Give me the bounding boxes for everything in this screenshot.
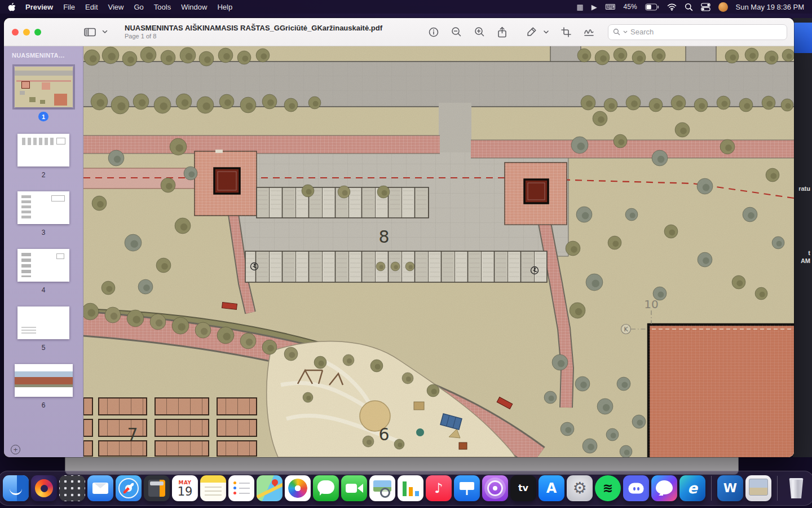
spotlight-search-icon[interactable] <box>685 3 693 11</box>
sidebar-toggle-chevron[interactable] <box>100 28 110 36</box>
appletv-glyph: tv <box>518 484 528 493</box>
page-thumbnail-1[interactable]: 1 <box>15 67 73 121</box>
thumbnail-image[interactable] <box>15 364 73 397</box>
music-glyph: ♪ <box>434 481 443 495</box>
dock-facetime-icon[interactable] <box>341 475 367 501</box>
dock-firefox-icon[interactable] <box>31 475 57 501</box>
dock-notes-icon[interactable] <box>200 475 226 501</box>
dock-messages-icon[interactable] <box>313 475 339 501</box>
page-thumbnail-4[interactable]: 4 <box>17 249 69 294</box>
menu-bar: Preview FileEditViewGoToolsWindowHelp ▦▶… <box>0 0 812 14</box>
sidebar-header: NUASMENINTA… <box>4 46 83 59</box>
dock-discord-icon[interactable] <box>623 475 649 501</box>
menu-tools[interactable]: Tools <box>154 3 171 11</box>
dock-mail-icon[interactable] <box>87 475 113 501</box>
grid-icon[interactable]: ▦ <box>577 3 584 11</box>
page-number: 3 <box>42 229 46 237</box>
user-avatar[interactable] <box>718 2 728 12</box>
dock-edge-icon[interactable]: e <box>679 475 705 501</box>
page-thumbnail-3[interactable]: 3 <box>17 191 69 237</box>
menu-window[interactable]: Window <box>181 3 207 11</box>
minimize-button[interactable] <box>23 29 30 36</box>
page-thumbnail-2[interactable]: 2 <box>17 134 69 179</box>
thumbnail-image[interactable] <box>15 67 73 107</box>
menu-items: FileEditViewGoToolsWindowHelp <box>63 3 242 11</box>
apple-menu-icon[interactable] <box>8 3 16 11</box>
thumbnail-image[interactable] <box>17 191 69 224</box>
dock-reminders-icon[interactable] <box>228 475 254 501</box>
zoom-out-button[interactable] <box>449 24 464 40</box>
menu-edit[interactable]: Edit <box>85 3 98 11</box>
keyboard-icon[interactable]: ⌨ <box>605 3 616 11</box>
dock-podcasts-icon[interactable] <box>482 475 508 501</box>
thumbnail-image[interactable] <box>17 134 69 167</box>
dock-launchpad-icon[interactable] <box>59 475 85 501</box>
crop-button[interactable] <box>559 25 573 40</box>
zoom-window-button[interactable] <box>34 29 41 36</box>
battery-percentage: 45% <box>624 3 637 11</box>
wifi-icon[interactable] <box>667 3 677 11</box>
dock-appletv-icon[interactable]: tv <box>510 475 536 501</box>
page-indicator: Page 1 of 8 <box>125 33 382 40</box>
thumbnail-sidebar: NUASMENINTA… 123456 + <box>4 46 83 457</box>
dock-calculator-icon[interactable] <box>144 475 170 501</box>
search-input[interactable] <box>630 28 782 36</box>
playback-icon[interactable]: ▶ <box>592 3 597 11</box>
menu-help[interactable]: Help <box>217 3 232 11</box>
sidebar-add-button[interactable]: + <box>11 445 20 454</box>
dock-calendar-icon[interactable]: MAY19 <box>172 475 198 501</box>
dock-items: MAY19♪tvA⚙≋eW <box>3 475 809 501</box>
dock-safari-icon[interactable] <box>116 475 142 501</box>
page-thumbnail-5[interactable]: 5 <box>17 306 69 352</box>
menu-view[interactable]: View <box>108 3 124 11</box>
search-scope-chevron[interactable] <box>623 30 628 33</box>
plan-texture <box>83 46 794 457</box>
window-title-block: NUASMENINTAS AIŠKINAMASIS RAŠTAS_GGriciū… <box>125 24 382 41</box>
dock-separator <box>711 476 712 501</box>
dock-screenshot-icon[interactable] <box>745 475 771 501</box>
markup-chevron[interactable] <box>541 28 551 36</box>
dock-messenger-icon[interactable] <box>651 475 677 501</box>
dock-finder-icon[interactable] <box>3 475 29 501</box>
pdf-page-area: 8 6 7 10 K <box>83 46 794 457</box>
dock-spotify-icon[interactable]: ≋ <box>595 475 621 501</box>
background-text-fragment: t <box>808 249 810 256</box>
control-center-icon[interactable] <box>701 3 710 11</box>
search-field[interactable] <box>608 24 787 40</box>
dock-keynote-icon[interactable] <box>454 475 480 501</box>
dock-photos-icon[interactable] <box>285 475 311 501</box>
signature-button[interactable] <box>581 25 597 39</box>
dock-trash-icon[interactable] <box>783 475 809 501</box>
dock-preview-icon[interactable] <box>369 475 395 501</box>
preview-window: NUASMENINTAS AIŠKINAMASIS RAŠTAS_GGriciū… <box>4 18 794 457</box>
dock-settings-icon[interactable]: ⚙ <box>567 475 593 501</box>
window-toolbar: NUASMENINTAS AIŠKINAMASIS RAŠTAS_GGriciū… <box>4 18 794 46</box>
thumbnail-image[interactable] <box>17 249 69 282</box>
sidebar-toggle-button[interactable] <box>82 25 98 39</box>
menu-clock[interactable]: Sun May 19 8:36 PM <box>736 3 804 11</box>
markup-pen-button[interactable] <box>524 24 539 40</box>
page-thumbnail-6[interactable]: 6 <box>15 364 73 409</box>
zoom-in-button[interactable] <box>472 24 487 40</box>
page-number: 4 <box>42 286 46 294</box>
dock-word-icon[interactable]: W <box>717 475 743 501</box>
dock-numbers-icon[interactable] <box>398 475 423 501</box>
info-button[interactable] <box>426 25 441 40</box>
close-button[interactable] <box>12 29 19 36</box>
active-app-name[interactable]: Preview <box>25 3 53 11</box>
background-text-fragment: AM <box>801 257 810 264</box>
menu-file[interactable]: File <box>63 3 75 11</box>
thumbnail-image[interactable] <box>17 306 69 339</box>
background-text-fragment: ratu <box>798 185 810 192</box>
background-window-right-header <box>793 23 812 53</box>
menu-go[interactable]: Go <box>134 3 143 11</box>
pdf-canvas[interactable]: 8 6 7 10 K <box>83 46 794 457</box>
appstore-glyph: A <box>546 481 557 495</box>
dock-music-icon[interactable]: ♪ <box>426 475 452 501</box>
dock-maps-icon[interactable] <box>257 475 283 501</box>
page-number: 5 <box>42 344 46 352</box>
share-button[interactable] <box>495 24 509 40</box>
page-number: 6 <box>42 401 46 409</box>
dock-appstore-icon[interactable]: A <box>539 475 564 501</box>
sidebar-bottom-bar: + <box>4 441 83 457</box>
